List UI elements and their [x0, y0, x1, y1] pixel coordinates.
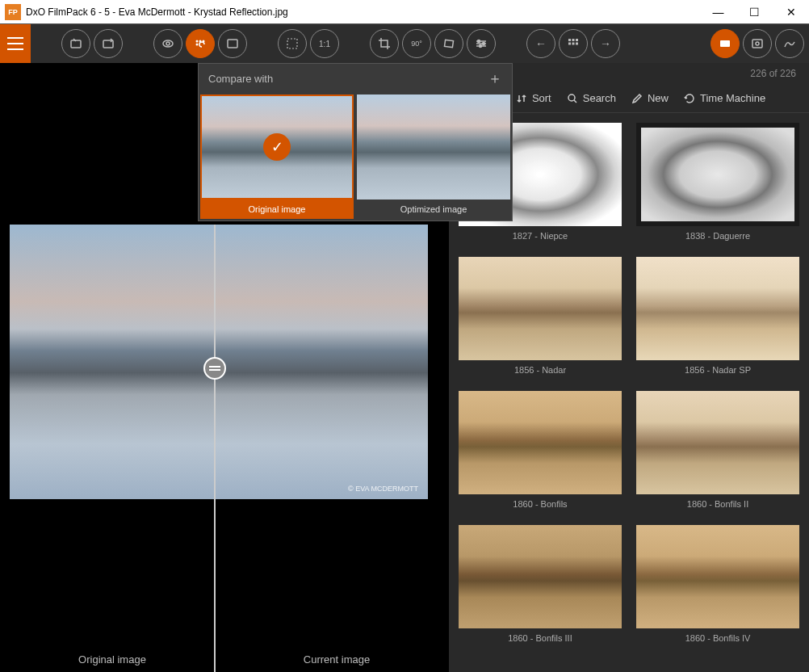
- presets-panel-button[interactable]: [710, 29, 740, 58]
- rotate-button[interactable]: 90°: [402, 29, 431, 58]
- search-icon: [566, 92, 579, 105]
- compare-thumb-label: Optimized image: [357, 200, 510, 219]
- app-icon: FP: [5, 4, 21, 20]
- add-compare-button[interactable]: ＋: [488, 69, 502, 88]
- minimize-button[interactable]: —: [700, 0, 736, 24]
- svg-point-23: [568, 94, 575, 101]
- compare-popup: Compare with ＋ ✓ Original image Optimize…: [198, 63, 513, 221]
- preset-thumb: [459, 525, 622, 628]
- svg-rect-21: [752, 40, 762, 48]
- preset-thumb: [636, 525, 799, 628]
- preset-label: 1860 - Bonfils: [459, 494, 622, 514]
- fit-button[interactable]: [278, 29, 307, 58]
- preset-item[interactable]: 1860 - Bonfils III: [459, 525, 622, 648]
- preset-item[interactable]: 1856 - Nadar SP: [636, 257, 799, 380]
- new-button[interactable]: New: [631, 92, 669, 105]
- svg-rect-18: [572, 43, 575, 45]
- compare-header-label: Compare with: [208, 73, 273, 85]
- window-title: DxO FilmPack 6 - 5 - Eva McDermott - Kry…: [26, 6, 700, 18]
- snapshot-button[interactable]: [743, 29, 772, 58]
- export-button[interactable]: [94, 29, 123, 58]
- next-button[interactable]: →: [591, 29, 620, 58]
- preset-thumb: [459, 391, 622, 494]
- toolbar: 1:1 90° ← →: [0, 24, 809, 63]
- svg-point-13: [480, 45, 482, 48]
- svg-rect-14: [568, 39, 571, 41]
- preset-thumb: [459, 257, 622, 360]
- svg-point-3: [166, 42, 170, 45]
- preset-item[interactable]: 1860 - Bonfils: [459, 391, 622, 514]
- watermark: © EVA MCDERMOTT: [348, 485, 418, 493]
- svg-rect-16: [576, 39, 578, 41]
- svg-rect-10: [444, 40, 453, 47]
- preset-label: 1856 - Nadar SP: [636, 360, 799, 380]
- open-image-button[interactable]: [61, 29, 90, 58]
- close-button[interactable]: ✕: [773, 0, 809, 24]
- svg-point-2: [163, 40, 173, 47]
- grid-button[interactable]: [559, 29, 588, 58]
- svg-point-4: [196, 40, 199, 43]
- preset-label: 1860 - Bonfils II: [636, 494, 799, 514]
- preset-thumb: [636, 257, 799, 360]
- straighten-button[interactable]: [434, 29, 463, 58]
- svg-rect-0: [71, 40, 81, 48]
- svg-rect-15: [572, 39, 575, 41]
- svg-rect-8: [228, 40, 237, 48]
- window-controls: — ☐ ✕: [700, 0, 809, 24]
- preset-item[interactable]: 1838 - Daguerre: [636, 123, 799, 246]
- preset-item[interactable]: 1860 - Bonfils II: [636, 391, 799, 514]
- preset-label: 1860 - Bonfils III: [459, 628, 622, 648]
- sort-button[interactable]: Sort: [515, 92, 551, 105]
- maximize-button[interactable]: ☐: [736, 0, 773, 24]
- split-handle[interactable]: [203, 357, 226, 380]
- preset-label: 1856 - Nadar: [459, 360, 622, 380]
- edit-icon: [631, 92, 643, 105]
- preset-label: 1838 - Daguerre: [636, 226, 799, 246]
- svg-rect-19: [576, 43, 578, 45]
- history-icon: [683, 92, 696, 105]
- preset-thumb: [636, 391, 799, 494]
- viewer-label-left: Original image: [0, 653, 224, 666]
- compare-thumb-original[interactable]: ✓ Original image: [200, 94, 354, 219]
- viewer-pane: Compare with ＋ ✓ Original image Optimize…: [0, 63, 449, 672]
- crop-button[interactable]: [370, 29, 399, 58]
- titlebar: FP DxO FilmPack 6 - 5 - Eva McDermott - …: [0, 0, 809, 24]
- prev-button[interactable]: ←: [526, 29, 555, 58]
- preview-button[interactable]: [153, 29, 182, 58]
- single-view-button[interactable]: [218, 29, 247, 58]
- svg-point-12: [483, 43, 485, 45]
- svg-point-7: [196, 44, 199, 46]
- check-icon: ✓: [263, 133, 291, 161]
- preset-thumb: [636, 123, 799, 226]
- preset-label: 1827 - Niepce: [459, 226, 622, 246]
- preset-item[interactable]: 1856 - Nadar: [459, 257, 622, 380]
- sort-icon: [515, 92, 528, 105]
- zoom-1to1-button[interactable]: 1:1: [310, 29, 339, 58]
- compare-thumb-optimized[interactable]: Optimized image: [357, 94, 510, 219]
- time-machine-button[interactable]: Time Machine: [683, 92, 765, 105]
- svg-point-22: [756, 42, 759, 45]
- svg-rect-9: [287, 39, 297, 48]
- preset-item[interactable]: 1860 - Bonfils IV: [636, 525, 799, 648]
- adjust-button[interactable]: [467, 29, 496, 58]
- menu-button[interactable]: [0, 24, 31, 63]
- histogram-button[interactable]: [775, 29, 804, 58]
- split-divider: [214, 225, 216, 672]
- svg-rect-17: [568, 43, 571, 45]
- preset-label: 1860 - Bonfils IV: [636, 628, 799, 648]
- viewer-label-right: Current image: [224, 653, 449, 666]
- compare-button[interactable]: [186, 29, 215, 58]
- search-button[interactable]: Search: [566, 92, 616, 105]
- svg-point-11: [478, 40, 480, 43]
- svg-rect-20: [720, 40, 730, 47]
- compare-thumb-label: Original image: [200, 200, 354, 219]
